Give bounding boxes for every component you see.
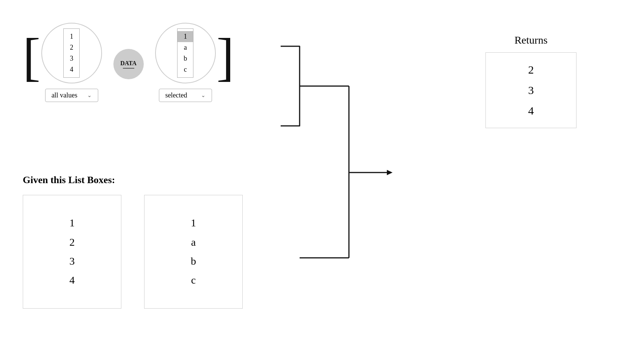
data-badge-label: DATA: [120, 60, 137, 67]
circle1-val4: 4: [70, 64, 73, 75]
listbox2[interactable]: 1 a b c: [144, 195, 243, 309]
listboxes-container: 1 2 3 4 1 a b c: [23, 195, 243, 309]
circle2-values: 1 a b c: [177, 28, 193, 77]
circle1-values: 1 2 3 4: [63, 28, 80, 77]
given-label: Given this List Boxes:: [23, 174, 243, 186]
right-bracket: ]: [217, 30, 234, 83]
return-val2: 3: [528, 80, 534, 100]
circle2-dropdown-label: selected: [165, 91, 187, 99]
circle1: 1 2 3 4: [41, 23, 102, 83]
circle2-val-c: c: [184, 64, 187, 75]
lb1-val3: 3: [69, 252, 75, 271]
circle2: 1 a b c: [155, 23, 216, 83]
circle2-val-b: b: [184, 53, 187, 64]
circle1-dropdown-label: all values: [52, 91, 77, 99]
circle2-selected-val: 1: [177, 31, 193, 42]
lb2-val3: b: [191, 252, 196, 271]
bottom-section: Given this List Boxes: 1 2 3 4 1 a: [23, 174, 243, 309]
lb2-val2: a: [191, 233, 196, 252]
circle1-val3: 3: [70, 53, 73, 64]
lb1-val1: 1: [69, 213, 75, 232]
listbox2-values: 1 a b c: [191, 213, 196, 290]
left-bracket: [: [23, 30, 41, 83]
returns-label: Returns: [514, 34, 547, 46]
circle1-val1: 1: [70, 31, 73, 42]
circle1-dropdown[interactable]: all values ⌄: [45, 89, 98, 102]
listbox1[interactable]: 1 2 3 4: [23, 195, 121, 309]
lb2-val4: c: [191, 271, 196, 290]
circle2-wrap: 1 a b c selected ⌄: [155, 23, 216, 102]
lb2-val1: 1: [191, 213, 196, 232]
data-badge: DATA: [113, 49, 144, 79]
circles-row: 1 2 3 4 all values ⌄ DATA: [41, 23, 216, 102]
return-val1: 2: [528, 60, 534, 80]
data-badge-line: [123, 68, 134, 69]
circle1-chevron: ⌄: [87, 92, 92, 99]
top-diagram-row: [ 1 2 3 4 all values: [23, 23, 234, 102]
circle2-val-a: a: [184, 42, 187, 53]
circle2-dropdown[interactable]: selected ⌄: [159, 89, 212, 102]
returns-values: 2 3 4: [528, 60, 534, 121]
circle1-val2: 2: [70, 42, 73, 53]
return-val3: 4: [528, 100, 534, 121]
listbox1-values: 1 2 3 4: [69, 213, 75, 290]
circle2-chevron: ⌄: [201, 92, 206, 99]
returns-section: Returns 2 3 4: [485, 34, 576, 128]
svg-marker-3: [387, 170, 393, 175]
lb1-val2: 2: [69, 233, 75, 252]
lb1-val4: 4: [69, 271, 75, 290]
returns-box: 2 3 4: [485, 52, 576, 128]
circle1-wrap: 1 2 3 4 all values ⌄: [41, 23, 102, 102]
